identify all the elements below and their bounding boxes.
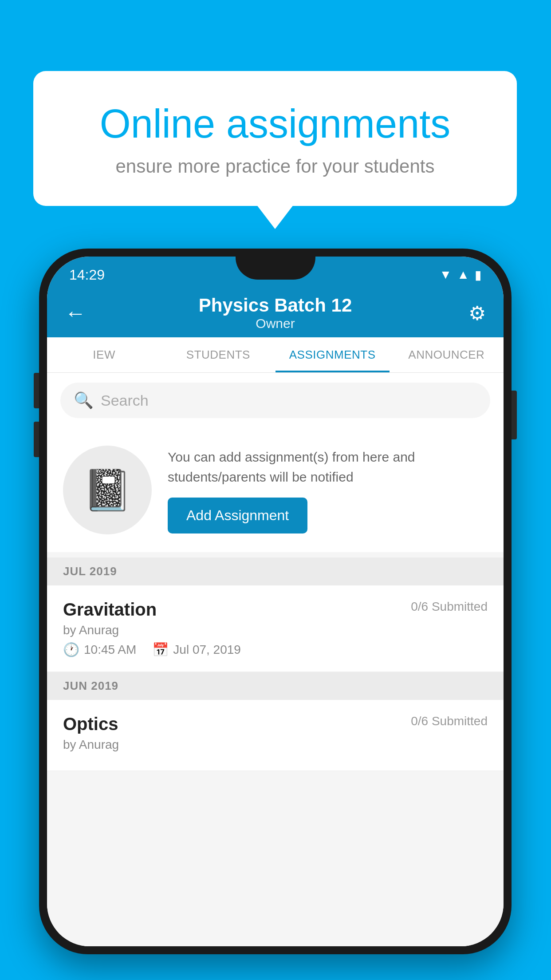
bubble-subtitle: ensure more practice for your students [69,156,481,177]
assignment-time: 🕐 10:45 AM [63,642,136,657]
time-value: 10:45 AM [84,643,136,657]
promo-description: You can add assignment(s) from here and … [168,447,488,487]
section-header-jun: JUN 2019 [47,672,504,700]
content-area: 🔍 Search 📓 You can add assignment(s) fro… [47,373,504,946]
calendar-icon: 📅 [152,642,169,657]
bubble-title: Online assignments [69,102,481,146]
tab-announcements[interactable]: ANNOUNCER [390,337,504,372]
signal-icon: ▲ [457,268,469,282]
assignment-meta: 🕐 10:45 AM 📅 Jul 07, 2019 [63,642,488,657]
promo-content: You can add assignment(s) from here and … [168,447,488,533]
notebook-icon: 📓 [83,467,132,514]
assignment-submitted: 0/6 Submitted [411,600,488,614]
add-assignment-button[interactable]: Add Assignment [168,498,307,533]
phone-mockup: 14:29 ▼ ▲ ▮ ← Physics Batch 12 Owner ⚙ [39,249,512,954]
assignment-by-optics: by Anurag [63,738,488,752]
assignment-row-optics: Optics 0/6 Submitted [63,714,488,734]
assignment-title: Gravitation [63,600,157,620]
assignment-by: by Anurag [63,623,488,637]
assignment-date: 📅 Jul 07, 2019 [152,642,241,657]
wifi-icon: ▼ [440,268,452,282]
assignment-title-optics: Optics [63,714,118,734]
search-bar-wrapper: 🔍 Search [47,373,504,428]
section-header-jul: JUL 2019 [47,557,504,585]
settings-button[interactable]: ⚙ [455,302,486,324]
search-placeholder: Search [101,392,149,409]
assignment-item-optics[interactable]: Optics 0/6 Submitted by Anurag [47,700,504,771]
phone-screen: 14:29 ▼ ▲ ▮ ← Physics Batch 12 Owner ⚙ [47,257,504,946]
status-icons: ▼ ▲ ▮ [440,268,481,282]
promo-icon-circle: 📓 [63,446,152,534]
batch-title: Physics Batch 12 [96,295,455,316]
phone-notch [236,257,315,280]
assignment-row: Gravitation 0/6 Submitted [63,600,488,620]
battery-icon: ▮ [475,268,481,282]
app-header: ← Physics Batch 12 Owner ⚙ [47,288,504,337]
assignment-item-gravitation[interactable]: Gravitation 0/6 Submitted by Anurag 🕐 10… [47,585,504,672]
speech-bubble-container: Online assignments ensure more practice … [33,71,517,206]
back-button[interactable]: ← [65,301,96,325]
speech-bubble: Online assignments ensure more practice … [33,71,517,206]
status-time: 14:29 [69,267,105,283]
date-value: Jul 07, 2019 [173,643,241,657]
assignment-submitted-optics: 0/6 Submitted [411,714,488,728]
clock-icon: 🕐 [63,642,79,657]
header-title-block: Physics Batch 12 Owner [96,295,455,331]
volume-button-1 [34,373,39,408]
tab-iew[interactable]: IEW [47,337,161,372]
search-bar[interactable]: 🔍 Search [60,383,490,418]
tab-students[interactable]: STUDENTS [161,337,275,372]
promo-section: 📓 You can add assignment(s) from here an… [47,428,504,552]
batch-role: Owner [96,316,455,331]
power-button [512,391,517,439]
tabs-bar: IEW STUDENTS ASSIGNMENTS ANNOUNCER [47,337,504,373]
tab-assignments[interactable]: ASSIGNMENTS [276,337,390,372]
search-icon: 🔍 [74,391,94,410]
phone-outer: 14:29 ▼ ▲ ▮ ← Physics Batch 12 Owner ⚙ [39,249,512,954]
volume-button-2 [34,422,39,457]
